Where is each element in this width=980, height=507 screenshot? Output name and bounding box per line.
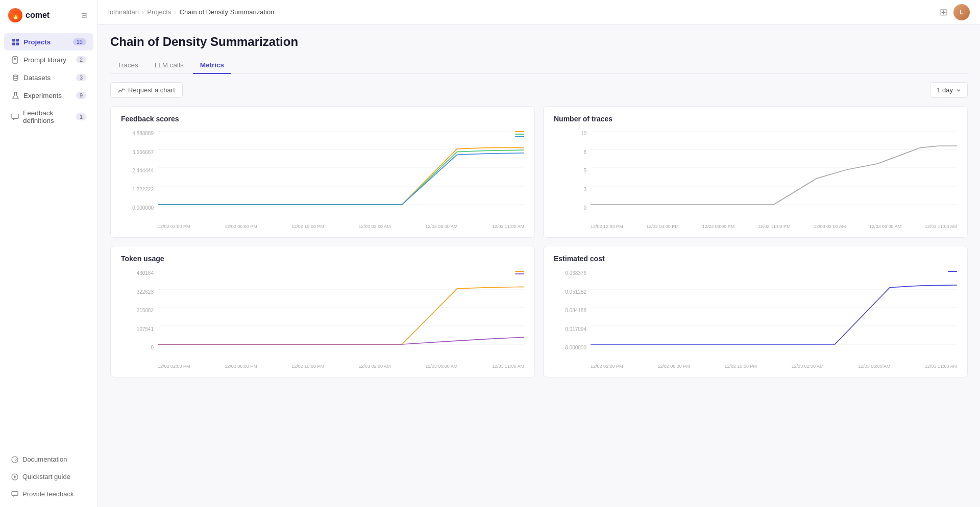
main-area: lothiraldan › Projects › Chain of Densit… xyxy=(98,0,980,507)
tab-traces[interactable]: Traces xyxy=(110,57,145,74)
sidebar-item-datasets[interactable]: Datasets 3 xyxy=(4,69,93,86)
database-icon xyxy=(11,73,19,82)
traces-plot xyxy=(591,131,957,223)
provide-feedback-link[interactable]: Provide feedback xyxy=(4,486,93,502)
traces-x-axis: 12/02 12:00 PM 12/02 04:00 PM 12/02 08:0… xyxy=(554,224,957,229)
estimated-cost-chart: 0.068376 0.051282 0.034188 0.017094 0.00… xyxy=(554,271,957,363)
sidebar-item-feedback-definitions[interactable]: Feedback definitions 1 xyxy=(4,105,93,129)
sidebar-collapse-button[interactable]: ⊟ xyxy=(79,9,89,21)
feedback-icon xyxy=(11,491,18,498)
sidebar-logo: 🔥 comet ⊟ xyxy=(0,0,97,29)
documentation-icon: ? xyxy=(11,456,18,463)
token-usage-title: Token usage xyxy=(121,255,524,263)
apps-icon[interactable]: ⊞ xyxy=(940,7,947,18)
token-plot xyxy=(158,271,524,363)
quickstart-link[interactable]: Quickstart guide xyxy=(4,468,93,485)
feedback-scores-chart: 4.888889 3.666667 2.444444 1.222222 0.00… xyxy=(121,131,524,223)
number-of-traces-title: Number of traces xyxy=(554,115,957,123)
breadcrumb-projects[interactable]: Projects xyxy=(147,8,171,16)
sidebar-item-datasets-label: Datasets xyxy=(23,74,51,82)
feedback-scores-title: Feedback scores xyxy=(121,115,524,123)
metrics-toolbar: Request a chart 1 day xyxy=(110,82,968,98)
number-of-traces-card: Number of traces 10 8 5 3 0 xyxy=(543,106,968,238)
page-title: Chain of Density Summarization xyxy=(110,35,968,49)
quickstart-icon xyxy=(11,473,18,480)
token-x-axis: 12/02 02:00 PM 12/02 06:00 PM 12/02 10:0… xyxy=(121,364,524,369)
feedback-scores-x-axis: 12/02 02:00 PM 12/02 06:00 PM 12/02 10:0… xyxy=(121,224,524,229)
datasets-badge: 3 xyxy=(76,74,86,81)
flask-icon xyxy=(11,91,19,99)
svg-text:?: ? xyxy=(15,458,17,462)
token-usage-legend xyxy=(515,271,524,274)
sidebar-item-projects-label: Projects xyxy=(23,38,51,46)
estimated-cost-card: Estimated cost 0.068376 0.051282 0.03418… xyxy=(543,246,968,377)
logo[interactable]: 🔥 comet xyxy=(8,8,50,22)
feedback-scores-plot xyxy=(158,131,524,223)
grid-icon xyxy=(11,38,19,46)
tab-metrics[interactable]: Metrics xyxy=(193,57,231,74)
sidebar-item-feedback-label: Feedback definitions xyxy=(23,109,76,124)
sidebar-item-projects[interactable]: Projects 19 xyxy=(4,33,93,50)
experiments-badge: 9 xyxy=(76,92,86,99)
logo-name: comet xyxy=(26,11,50,20)
token-usage-chart: 430164 322623 215082 107541 0 xyxy=(121,271,524,363)
sidebar: 🔥 comet ⊟ Projects 19 Prompt library 2 xyxy=(0,0,98,507)
tab-llm-calls[interactable]: LLM calls xyxy=(148,57,191,74)
projects-badge: 19 xyxy=(73,38,86,45)
chart-icon xyxy=(118,87,125,94)
svg-rect-14 xyxy=(12,491,18,495)
breadcrumb-current: Chain of Density Summarization xyxy=(180,8,275,16)
chat-icon xyxy=(11,113,19,121)
breadcrumb-user[interactable]: lothiraldan xyxy=(108,8,139,16)
feedback-badge: 1 xyxy=(76,113,86,120)
svg-rect-0 xyxy=(12,39,15,42)
token-usage-card: Token usage 430164 322623 215082 107541 … xyxy=(110,246,535,377)
traces-y-axis: 10 8 5 3 0 xyxy=(554,131,591,211)
cost-plot xyxy=(591,271,957,363)
request-chart-button[interactable]: Request a chart xyxy=(110,82,183,98)
svg-rect-1 xyxy=(16,39,19,42)
book-icon xyxy=(11,56,19,64)
logo-icon: 🔥 xyxy=(8,8,22,22)
token-y-axis: 430164 322623 215082 107541 0 xyxy=(121,271,158,350)
chevron-down-icon xyxy=(956,88,961,93)
number-of-traces-chart: 10 8 5 3 0 xyxy=(554,131,957,223)
svg-marker-13 xyxy=(14,475,17,478)
estimated-cost-title: Estimated cost xyxy=(554,255,957,263)
svg-rect-3 xyxy=(16,42,19,45)
svg-rect-2 xyxy=(12,42,15,45)
cost-x-axis: 12/02 02:00 PM 12/02 06:00 PM 12/02 10:0… xyxy=(554,364,957,369)
topbar: lothiraldan › Projects › Chain of Densit… xyxy=(98,0,980,24)
svg-point-7 xyxy=(13,75,18,77)
topbar-right: ⊞ L xyxy=(940,4,970,20)
sidebar-item-experiments-label: Experiments xyxy=(23,92,62,99)
sidebar-item-prompt-library-label: Prompt library xyxy=(23,56,66,64)
sidebar-bottom: ? Documentation Quickstart guide Provide… xyxy=(0,444,97,507)
sidebar-item-experiments[interactable]: Experiments 9 xyxy=(4,87,93,104)
sidebar-nav: Projects 19 Prompt library 2 Datasets 3 xyxy=(0,29,97,444)
sidebar-item-prompt-library[interactable]: Prompt library 2 xyxy=(4,51,93,68)
svg-rect-9 xyxy=(12,114,18,118)
estimated-cost-legend xyxy=(948,271,957,272)
time-period-select[interactable]: 1 day xyxy=(930,82,968,98)
charts-grid: Feedback scores 4.888889 3.666667 2.4444… xyxy=(110,106,968,377)
user-avatar[interactable]: L xyxy=(953,4,970,20)
tabs: Traces LLM calls Metrics xyxy=(110,57,968,74)
feedback-scores-legend xyxy=(515,131,524,137)
breadcrumb: lothiraldan › Projects › Chain of Densit… xyxy=(108,8,274,16)
feedback-scores-y-axis: 4.888889 3.666667 2.444444 1.222222 0.00… xyxy=(121,131,158,211)
feedback-scores-card: Feedback scores 4.888889 3.666667 2.4444… xyxy=(110,106,535,238)
cost-y-axis: 0.068376 0.051282 0.034188 0.017094 0.00… xyxy=(554,271,591,350)
prompt-library-badge: 2 xyxy=(76,56,86,63)
documentation-link[interactable]: ? Documentation xyxy=(4,451,93,468)
main-content: Chain of Density Summarization Traces LL… xyxy=(98,24,980,507)
